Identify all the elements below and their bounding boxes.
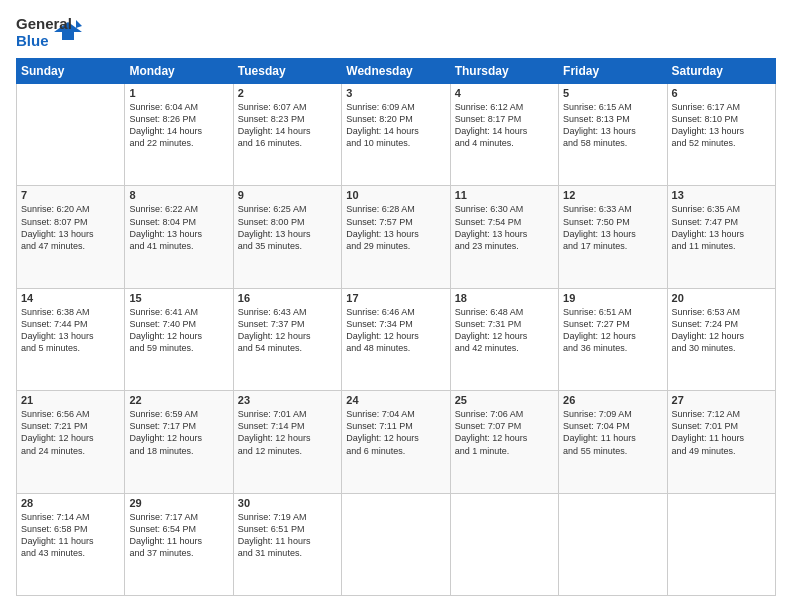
cell-text: Sunrise: 7:04 AMSunset: 7:11 PMDaylight:… [346, 408, 445, 457]
calendar-cell: 25Sunrise: 7:06 AMSunset: 7:07 PMDayligh… [450, 391, 558, 493]
day-number: 3 [346, 87, 445, 99]
day-number: 30 [238, 497, 337, 509]
cell-text: Sunrise: 7:17 AMSunset: 6:54 PMDaylight:… [129, 511, 228, 560]
calendar-week-row: 21Sunrise: 6:56 AMSunset: 7:21 PMDayligh… [17, 391, 776, 493]
cell-text: Sunrise: 6:43 AMSunset: 7:37 PMDaylight:… [238, 306, 337, 355]
cell-text: Sunrise: 7:01 AMSunset: 7:14 PMDaylight:… [238, 408, 337, 457]
cell-text: Sunrise: 6:15 AMSunset: 8:13 PMDaylight:… [563, 101, 662, 150]
calendar-cell: 17Sunrise: 6:46 AMSunset: 7:34 PMDayligh… [342, 288, 450, 390]
cell-text: Sunrise: 6:07 AMSunset: 8:23 PMDaylight:… [238, 101, 337, 150]
calendar-cell: 29Sunrise: 7:17 AMSunset: 6:54 PMDayligh… [125, 493, 233, 595]
calendar-cell: 23Sunrise: 7:01 AMSunset: 7:14 PMDayligh… [233, 391, 341, 493]
day-number: 7 [21, 189, 120, 201]
day-number: 17 [346, 292, 445, 304]
calendar-week-row: 1Sunrise: 6:04 AMSunset: 8:26 PMDaylight… [17, 84, 776, 186]
calendar-cell: 11Sunrise: 6:30 AMSunset: 7:54 PMDayligh… [450, 186, 558, 288]
cell-text: Sunrise: 6:28 AMSunset: 7:57 PMDaylight:… [346, 203, 445, 252]
calendar-table: SundayMondayTuesdayWednesdayThursdayFrid… [16, 58, 776, 596]
cell-text: Sunrise: 6:46 AMSunset: 7:34 PMDaylight:… [346, 306, 445, 355]
cell-text: Sunrise: 6:04 AMSunset: 8:26 PMDaylight:… [129, 101, 228, 150]
cell-text: Sunrise: 7:09 AMSunset: 7:04 PMDaylight:… [563, 408, 662, 457]
day-number: 6 [672, 87, 771, 99]
calendar-cell: 5Sunrise: 6:15 AMSunset: 8:13 PMDaylight… [559, 84, 667, 186]
cell-text: Sunrise: 6:59 AMSunset: 7:17 PMDaylight:… [129, 408, 228, 457]
calendar-cell: 16Sunrise: 6:43 AMSunset: 7:37 PMDayligh… [233, 288, 341, 390]
cell-text: Sunrise: 6:35 AMSunset: 7:47 PMDaylight:… [672, 203, 771, 252]
svg-marker-1 [76, 20, 82, 28]
calendar-header-tuesday: Tuesday [233, 59, 341, 84]
cell-text: Sunrise: 6:56 AMSunset: 7:21 PMDaylight:… [21, 408, 120, 457]
calendar-cell: 7Sunrise: 6:20 AMSunset: 8:07 PMDaylight… [17, 186, 125, 288]
calendar-cell: 2Sunrise: 6:07 AMSunset: 8:23 PMDaylight… [233, 84, 341, 186]
cell-text: Sunrise: 7:14 AMSunset: 6:58 PMDaylight:… [21, 511, 120, 560]
day-number: 12 [563, 189, 662, 201]
day-number: 16 [238, 292, 337, 304]
calendar-cell: 15Sunrise: 6:41 AMSunset: 7:40 PMDayligh… [125, 288, 233, 390]
logo-blue: Blue [16, 33, 52, 50]
calendar-week-row: 14Sunrise: 6:38 AMSunset: 7:44 PMDayligh… [17, 288, 776, 390]
calendar-cell [559, 493, 667, 595]
calendar-cell: 10Sunrise: 6:28 AMSunset: 7:57 PMDayligh… [342, 186, 450, 288]
day-number: 1 [129, 87, 228, 99]
day-number: 21 [21, 394, 120, 406]
day-number: 19 [563, 292, 662, 304]
cell-text: Sunrise: 6:38 AMSunset: 7:44 PMDaylight:… [21, 306, 120, 355]
calendar-cell: 9Sunrise: 6:25 AMSunset: 8:00 PMDaylight… [233, 186, 341, 288]
day-number: 8 [129, 189, 228, 201]
calendar-header-wednesday: Wednesday [342, 59, 450, 84]
cell-text: Sunrise: 7:12 AMSunset: 7:01 PMDaylight:… [672, 408, 771, 457]
page-header: General Blue [16, 16, 776, 48]
calendar-cell: 12Sunrise: 6:33 AMSunset: 7:50 PMDayligh… [559, 186, 667, 288]
calendar-cell: 26Sunrise: 7:09 AMSunset: 7:04 PMDayligh… [559, 391, 667, 493]
calendar-cell: 21Sunrise: 6:56 AMSunset: 7:21 PMDayligh… [17, 391, 125, 493]
cell-text: Sunrise: 6:12 AMSunset: 8:17 PMDaylight:… [455, 101, 554, 150]
calendar-cell: 1Sunrise: 6:04 AMSunset: 8:26 PMDaylight… [125, 84, 233, 186]
cell-text: Sunrise: 6:09 AMSunset: 8:20 PMDaylight:… [346, 101, 445, 150]
calendar-cell: 14Sunrise: 6:38 AMSunset: 7:44 PMDayligh… [17, 288, 125, 390]
cell-text: Sunrise: 6:48 AMSunset: 7:31 PMDaylight:… [455, 306, 554, 355]
cell-text: Sunrise: 6:33 AMSunset: 7:50 PMDaylight:… [563, 203, 662, 252]
day-number: 24 [346, 394, 445, 406]
calendar-cell: 13Sunrise: 6:35 AMSunset: 7:47 PMDayligh… [667, 186, 775, 288]
day-number: 2 [238, 87, 337, 99]
day-number: 4 [455, 87, 554, 99]
calendar-cell [17, 84, 125, 186]
day-number: 27 [672, 394, 771, 406]
calendar-cell [667, 493, 775, 595]
calendar-cell: 6Sunrise: 6:17 AMSunset: 8:10 PMDaylight… [667, 84, 775, 186]
calendar-cell: 4Sunrise: 6:12 AMSunset: 8:17 PMDaylight… [450, 84, 558, 186]
calendar-week-row: 7Sunrise: 6:20 AMSunset: 8:07 PMDaylight… [17, 186, 776, 288]
day-number: 29 [129, 497, 228, 509]
calendar-cell: 19Sunrise: 6:51 AMSunset: 7:27 PMDayligh… [559, 288, 667, 390]
day-number: 23 [238, 394, 337, 406]
day-number: 18 [455, 292, 554, 304]
day-number: 15 [129, 292, 228, 304]
calendar-cell: 24Sunrise: 7:04 AMSunset: 7:11 PMDayligh… [342, 391, 450, 493]
calendar-cell: 3Sunrise: 6:09 AMSunset: 8:20 PMDaylight… [342, 84, 450, 186]
day-number: 13 [672, 189, 771, 201]
cell-text: Sunrise: 7:19 AMSunset: 6:51 PMDaylight:… [238, 511, 337, 560]
calendar-header-sunday: Sunday [17, 59, 125, 84]
calendar-header-row: SundayMondayTuesdayWednesdayThursdayFrid… [17, 59, 776, 84]
day-number: 25 [455, 394, 554, 406]
calendar-cell: 27Sunrise: 7:12 AMSunset: 7:01 PMDayligh… [667, 391, 775, 493]
day-number: 5 [563, 87, 662, 99]
calendar-cell: 22Sunrise: 6:59 AMSunset: 7:17 PMDayligh… [125, 391, 233, 493]
cell-text: Sunrise: 6:51 AMSunset: 7:27 PMDaylight:… [563, 306, 662, 355]
cell-text: Sunrise: 6:53 AMSunset: 7:24 PMDaylight:… [672, 306, 771, 355]
cell-text: Sunrise: 7:06 AMSunset: 7:07 PMDaylight:… [455, 408, 554, 457]
calendar-header-friday: Friday [559, 59, 667, 84]
calendar-header-saturday: Saturday [667, 59, 775, 84]
day-number: 28 [21, 497, 120, 509]
day-number: 26 [563, 394, 662, 406]
cell-text: Sunrise: 6:41 AMSunset: 7:40 PMDaylight:… [129, 306, 228, 355]
day-number: 10 [346, 189, 445, 201]
calendar-week-row: 28Sunrise: 7:14 AMSunset: 6:58 PMDayligh… [17, 493, 776, 595]
calendar-cell [450, 493, 558, 595]
calendar-cell: 28Sunrise: 7:14 AMSunset: 6:58 PMDayligh… [17, 493, 125, 595]
calendar-cell [342, 493, 450, 595]
logo-general: General [16, 16, 52, 33]
cell-text: Sunrise: 6:17 AMSunset: 8:10 PMDaylight:… [672, 101, 771, 150]
calendar-cell: 20Sunrise: 6:53 AMSunset: 7:24 PMDayligh… [667, 288, 775, 390]
calendar-cell: 8Sunrise: 6:22 AMSunset: 8:04 PMDaylight… [125, 186, 233, 288]
